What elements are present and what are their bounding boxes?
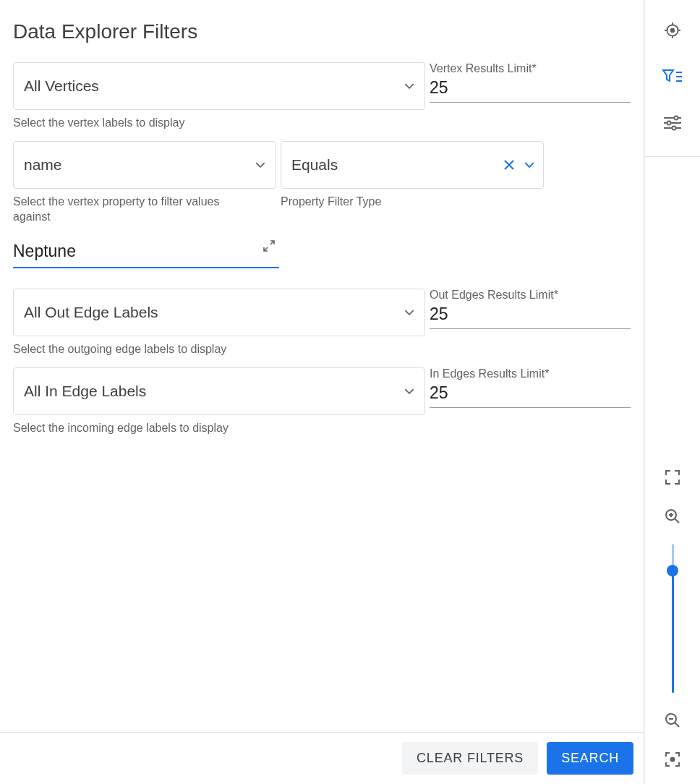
svg-point-4 xyxy=(673,127,676,130)
in-edge-labels-select[interactable]: All In Edge Labels xyxy=(13,367,425,415)
zoom-in-icon[interactable] xyxy=(661,505,684,528)
vertex-labels-value: All Vertices xyxy=(24,77,99,95)
vertex-labels-helper: Select the vertex labels to display xyxy=(13,116,425,131)
vertex-limit-label: Vertex Results Limit* xyxy=(430,62,631,75)
zoom-slider-thumb[interactable] xyxy=(667,565,678,576)
out-edge-labels-value: All Out Edge Labels xyxy=(24,304,158,321)
chevron-down-icon xyxy=(404,310,414,315)
out-edge-labels-select[interactable]: All Out Edge Labels xyxy=(13,289,425,336)
vertex-limit-input[interactable] xyxy=(430,75,631,103)
svg-point-3 xyxy=(667,122,671,125)
zoom-out-icon[interactable] xyxy=(661,709,684,732)
chevron-down-icon xyxy=(404,388,414,394)
clear-filters-button[interactable]: CLEAR FILTERS xyxy=(402,742,538,775)
vertex-labels-select[interactable]: All Vertices xyxy=(13,62,425,110)
vertex-property-helper: Select the vertex property to filter val… xyxy=(13,195,259,225)
right-toolbar xyxy=(644,0,700,784)
svg-point-2 xyxy=(675,116,678,120)
in-edge-limit-input[interactable] xyxy=(430,380,631,408)
search-button[interactable]: SEARCH xyxy=(547,742,633,775)
in-edge-labels-value: All In Edge Labels xyxy=(24,383,146,400)
panel-footer: CLEAR FILTERS SEARCH xyxy=(0,732,644,784)
svg-point-1 xyxy=(671,29,675,33)
locate-icon[interactable] xyxy=(661,19,684,42)
in-edge-labels-helper: Select the incoming edge labels to displ… xyxy=(13,421,425,436)
vertex-property-select[interactable]: name xyxy=(13,141,276,189)
chevron-down-icon xyxy=(255,162,265,168)
settings-sliders-icon[interactable] xyxy=(661,111,684,135)
vertex-property-value: name xyxy=(24,156,62,174)
filter-type-select[interactable]: Equals xyxy=(281,141,544,189)
chevron-down-icon xyxy=(404,83,414,89)
out-edge-labels-helper: Select the outgoing edge labels to displ… xyxy=(13,342,425,357)
zoom-slider[interactable] xyxy=(672,544,674,693)
expand-icon[interactable] xyxy=(263,240,275,252)
chevron-down-icon xyxy=(524,162,534,168)
property-value-input[interactable] xyxy=(13,237,279,268)
fullscreen-icon[interactable] xyxy=(661,466,684,489)
filter-icon[interactable] xyxy=(661,65,684,88)
center-focus-icon[interactable] xyxy=(661,748,684,771)
clear-filter-type-icon[interactable] xyxy=(503,158,516,171)
panel-title: Data Explorer Filters xyxy=(13,20,631,43)
out-edge-limit-label: Out Edges Results Limit* xyxy=(430,289,631,302)
svg-point-7 xyxy=(671,758,675,762)
filter-type-helper: Property Filter Type xyxy=(281,195,544,210)
filter-type-value: Equals xyxy=(291,156,338,174)
out-edge-limit-input[interactable] xyxy=(430,302,631,329)
in-edge-limit-label: In Edges Results Limit* xyxy=(430,367,631,380)
filter-panel: Data Explorer Filters All Vertices Selec… xyxy=(0,0,644,784)
